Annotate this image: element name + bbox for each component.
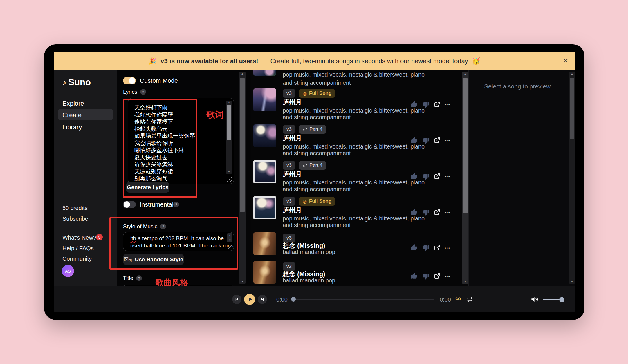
play-button[interactable]	[244, 294, 255, 305]
full-song-badge: ◎Full Song	[299, 197, 335, 206]
scroll-down-icon[interactable]: ▼	[569, 280, 575, 284]
share-icon[interactable]	[434, 273, 441, 280]
lyrics-scrollbar[interactable]: ▲ ▼	[226, 101, 232, 174]
thumbs-up-icon[interactable]	[410, 101, 418, 108]
custom-mode-toggle[interactable]	[123, 77, 136, 84]
help-icon[interactable]: ?	[160, 224, 166, 229]
community-link[interactable]: Community	[62, 256, 92, 262]
repeat-button[interactable]	[467, 296, 473, 303]
scrollbar-thumb[interactable]	[570, 78, 574, 139]
partying-face-icon: 🥳	[472, 57, 480, 65]
more-options-button[interactable]: •••	[445, 174, 450, 179]
style-of-music-input[interactable]: ith a tempo of 202 BPM. It can also be u…	[123, 232, 234, 251]
style-annotation-text: 歌曲风格	[156, 277, 188, 286]
scroll-up-icon[interactable]: ▲	[462, 72, 468, 76]
more-options-button[interactable]: •••	[445, 274, 450, 278]
thumbs-down-icon[interactable]	[422, 173, 430, 180]
more-options-button[interactable]: •••	[445, 138, 450, 143]
scroll-down-icon[interactable]: ▼	[462, 280, 468, 284]
scroll-up-icon[interactable]: ▲	[239, 72, 246, 76]
previous-icon	[234, 296, 240, 302]
suno-logo[interactable]: ♪ Suno	[62, 77, 91, 88]
song-row-partial[interactable]: pop music, mixed vocals, nostalgic & bit…	[251, 70, 468, 86]
help-icon[interactable]: ?	[140, 89, 146, 95]
sidebar-item-explore[interactable]: Explore	[62, 100, 84, 107]
song-row[interactable]: v3 ◎Full Song 庐州月 pop music, mixed vocal…	[251, 196, 468, 229]
more-options-button[interactable]: •••	[445, 102, 450, 107]
song-title[interactable]: 庐州月	[283, 134, 302, 143]
scroll-up-icon[interactable]: ▲	[227, 233, 232, 237]
song-row[interactable]: v3 想念 (Missing) ballad mandarin pop •••	[251, 261, 468, 286]
share-icon[interactable]	[434, 173, 441, 180]
resize-grip[interactable]	[227, 177, 232, 182]
song-thumbnail[interactable]	[253, 88, 276, 111]
scroll-down-icon[interactable]: ▼	[239, 280, 246, 284]
help-icon[interactable]: ?	[136, 275, 142, 281]
generate-lyrics-button[interactable]: Generate Lyrics	[126, 182, 169, 193]
scrollbar-thumb[interactable]	[463, 78, 468, 213]
volume-button[interactable]	[530, 296, 538, 305]
song-row[interactable]: v3 Part 4 庐州月 pop music, mixed vocals, n…	[251, 124, 468, 157]
song-thumbnail[interactable]	[253, 196, 276, 219]
thumbs-up-icon[interactable]	[410, 173, 418, 180]
seek-handle[interactable]	[291, 297, 296, 302]
song-desc: and string accompaniment	[283, 222, 351, 229]
song-title[interactable]: 庐州月	[283, 206, 302, 215]
song-thumbnail[interactable]	[253, 232, 276, 255]
song-row[interactable]: v3 Part 4 庐州月 pop music, mixed vocals, n…	[251, 160, 468, 193]
song-title[interactable]: 庐州月	[283, 98, 302, 107]
help-icon[interactable]: ?	[173, 202, 179, 207]
lyrics-line: 哪怕好多盆水往下淋	[134, 147, 195, 154]
help-faqs-link[interactable]: Help / FAQs	[62, 245, 94, 252]
song-thumbnail[interactable]	[253, 261, 276, 284]
volume-handle[interactable]	[559, 297, 564, 302]
whats-new-link[interactable]: What's New?	[62, 234, 96, 241]
scroll-up-icon[interactable]: ▲	[569, 72, 575, 76]
scrollbar-thumb[interactable]	[227, 105, 231, 140]
share-icon[interactable]	[434, 209, 441, 216]
song-thumbnail[interactable]	[253, 124, 276, 147]
thumbs-down-icon[interactable]	[422, 244, 430, 251]
thumbs-down-icon[interactable]	[422, 137, 430, 144]
sidebar-item-create[interactable]: Create	[62, 111, 82, 119]
scrollbar-thumb[interactable]	[240, 78, 245, 212]
style-scrollbar[interactable]: ▲ ▼	[227, 233, 232, 242]
share-icon[interactable]	[434, 137, 441, 144]
song-thumbnail[interactable]	[253, 160, 276, 183]
subscribe-link[interactable]: Subscribe	[62, 215, 88, 222]
song-list-scrollbar[interactable]: ▲ ▼	[462, 72, 468, 284]
avatar[interactable]: AS	[62, 265, 74, 277]
thumbs-down-icon[interactable]	[422, 209, 430, 216]
thumbs-down-icon[interactable]	[422, 101, 430, 108]
thumbs-up-icon[interactable]	[410, 272, 418, 280]
preview-scrollbar[interactable]: ▲ ▼	[569, 72, 575, 284]
title-label-text: Title	[123, 275, 133, 281]
thumbs-up-icon[interactable]	[410, 137, 418, 144]
song-row[interactable]: v3 想念 (Missing) ballad mandarin pop •••	[251, 232, 468, 258]
use-random-style-button[interactable]: ⚄⚂ Use Random Style	[123, 254, 184, 265]
preview-panel: Select a song to preview. ▲ ▼	[468, 70, 575, 286]
share-icon[interactable]	[434, 101, 441, 108]
close-icon[interactable]: ×	[564, 56, 568, 65]
scroll-down-icon[interactable]: ▼	[226, 170, 232, 174]
song-row[interactable]: v3 ◎Full Song 庐州月 pop music, mixed vocal…	[251, 88, 468, 121]
song-thumbnail[interactable]	[253, 70, 276, 76]
lyrics-label: Lyrics ?	[123, 89, 146, 95]
seek-bar[interactable]	[293, 299, 434, 300]
thumbs-down-icon[interactable]	[422, 272, 430, 280]
form-scrollbar[interactable]: ▲ ▼	[239, 72, 246, 284]
scroll-up-icon[interactable]: ▲	[226, 101, 232, 104]
instrumental-toggle[interactable]	[123, 201, 136, 208]
more-options-button[interactable]: •••	[445, 210, 450, 215]
next-track-button[interactable]	[258, 295, 267, 304]
song-title[interactable]: 庐州月	[283, 170, 302, 179]
share-icon[interactable]	[434, 244, 441, 251]
sidebar-item-library[interactable]: Library	[62, 124, 82, 131]
previous-track-button[interactable]	[232, 295, 241, 304]
thumbs-up-icon[interactable]	[410, 209, 418, 216]
infinity-icon[interactable]: ∞	[455, 294, 461, 303]
thumbs-up-icon[interactable]	[410, 244, 418, 251]
more-options-button[interactable]: •••	[445, 246, 450, 250]
scroll-down-icon[interactable]: ▼	[227, 238, 232, 242]
announcement-banner: 🎉 v3 is now available for all users! Cre…	[54, 52, 575, 70]
